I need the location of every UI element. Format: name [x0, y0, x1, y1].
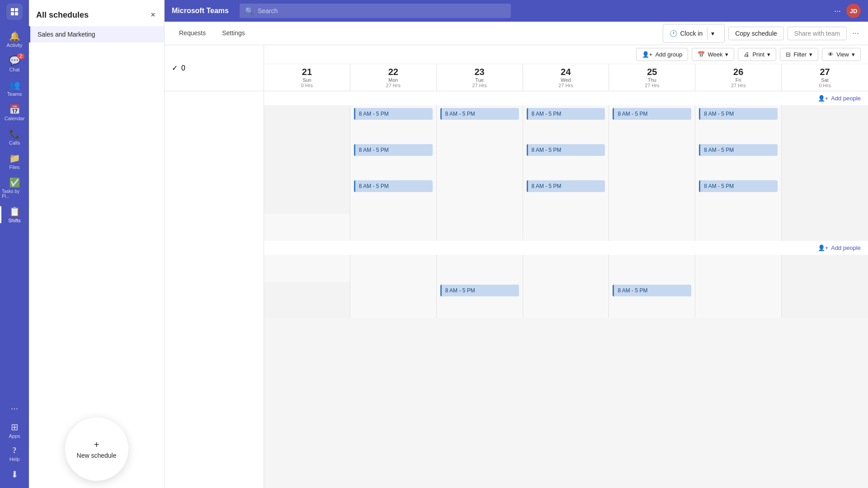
app-logo[interactable] [6, 4, 23, 20]
sidebar-item-chat[interactable]: 2 💬 Chat [0, 52, 29, 76]
activity-icon: 🔔 [9, 31, 20, 42]
schedule-cell [437, 141, 523, 178]
sidebar-item-activity[interactable]: 🔔 Activity [0, 27, 29, 52]
sidebar-item-label: Calls [9, 140, 20, 145]
shift-block[interactable]: 8 AM - 5 PM [613, 285, 691, 296]
tasks-icon: ✅ [9, 177, 20, 188]
day-header-thu: 25 Thu 27 Hrs [609, 64, 695, 91]
top-bar-more-icon[interactable]: ··· [834, 6, 841, 16]
schedule-cell: 8 AM - 5 PM [437, 105, 523, 141]
day-hrs: 0 Hrs [783, 83, 866, 88]
schedule-cell [782, 141, 868, 178]
sidebar-footer: + New schedule [29, 410, 164, 488]
calendar-top-right: 👤+ Add group 📅 Week ▾ 🖨 Print ▾ ⊟ Filter… [264, 45, 868, 91]
sidebar-item-calls[interactable]: 📞 Calls [0, 125, 29, 149]
sidebar-item-help[interactable]: ? Help [0, 442, 29, 465]
clock-in-chevron-icon[interactable]: ▾ [707, 27, 718, 40]
shift-block[interactable]: 8 AM - 5 PM [527, 108, 605, 120]
new-schedule-label: New schedule [77, 452, 117, 459]
print-chevron-icon: ▾ [767, 51, 770, 58]
schedule-cell [782, 105, 868, 141]
schedule-cell [437, 178, 523, 214]
day-header-sun: 21 Sun 0 Hrs [264, 64, 350, 91]
shift-block[interactable]: 8 AM - 5 PM [613, 108, 691, 120]
toolbar-more-icon[interactable]: ··· [850, 27, 861, 40]
day-number: 24 [525, 67, 607, 77]
add-people-button-1[interactable]: 👤+ Add people [818, 95, 861, 102]
empty-cell [695, 214, 782, 241]
empty-cell [350, 214, 437, 241]
share-team-button[interactable]: Share with team [788, 27, 847, 40]
print-button[interactable]: 🖨 Print ▾ [738, 48, 776, 61]
chat-badge: 2 [17, 53, 24, 59]
tab-settings[interactable]: Settings [215, 26, 252, 41]
sidebar-item-label: Shifts [8, 218, 21, 223]
add-people-icon-2: 👤+ [818, 244, 829, 251]
shift-block[interactable]: 8 AM - 5 PM [527, 180, 605, 192]
day-name: Thu [611, 77, 693, 83]
apps-icon: ⊞ [11, 422, 19, 432]
sidebar-item-teams[interactable]: 👥 Teams [0, 76, 29, 100]
sidebar-close-button[interactable]: × [149, 9, 157, 21]
shifts-icon: 📋 [9, 206, 20, 217]
sidebar-item-apps[interactable]: ⊞ Apps [0, 418, 29, 442]
schedule-cell: 8 AM - 5 PM [350, 178, 437, 214]
empty-cell [350, 255, 437, 282]
shift-block[interactable]: 8 AM - 5 PM [699, 144, 778, 156]
shift-block[interactable]: 8 AM - 5 PM [440, 285, 519, 296]
shift-block[interactable]: 8 AM - 5 PM [354, 144, 433, 156]
week-icon: 📅 [698, 51, 705, 58]
add-group-label: Add group [655, 51, 682, 58]
shift-block[interactable]: 8 AM - 5 PM [354, 180, 433, 192]
tab-requests[interactable]: Requests [172, 26, 213, 41]
view-icon: 👁 [828, 51, 834, 58]
check-count: 0 [181, 64, 185, 72]
empty-cell [523, 214, 609, 241]
sidebar-title: All schedules [36, 10, 89, 20]
empty-cell [609, 214, 695, 241]
nav-more[interactable]: ··· [0, 399, 29, 418]
sidebar-item-label: Activity [7, 42, 23, 48]
add-people-label-2: Add people [831, 244, 861, 251]
day-header-mon: 22 Mon 27 Hrs [350, 64, 437, 91]
sidebar-schedule-item[interactable]: Sales and Marketing [29, 26, 164, 42]
shift-block[interactable]: 8 AM - 5 PM [440, 108, 519, 120]
day-name: Mon [352, 77, 434, 83]
add-people-button-2[interactable]: 👤+ Add people [818, 244, 861, 251]
schedule-cell [264, 178, 350, 214]
schedule-cell [782, 178, 868, 214]
shift-block[interactable]: 8 AM - 5 PM [354, 108, 433, 120]
sidebar-item-calendar[interactable]: 📅 Calendar [0, 100, 29, 125]
shift-block[interactable]: 8 AM - 5 PM [699, 180, 778, 192]
day-name: Sat [783, 77, 866, 83]
week-label: Week [708, 51, 722, 58]
clock-in-button[interactable]: 🕐 Clock in ▾ [663, 24, 725, 43]
sidebar-item-shifts[interactable]: 📋 Shifts [0, 202, 29, 227]
shift-rows-1: 8 AM - 5 PM8 AM - 5 PM8 AM - 5 PM8 AM - … [264, 105, 868, 214]
svg-rect-2 [11, 12, 14, 15]
sidebar-item-files[interactable]: 📁 Files [0, 149, 29, 174]
day-number: 23 [439, 67, 521, 77]
add-group-button[interactable]: 👤+ Add group [636, 48, 689, 61]
main-content: Microsoft Teams 🔍 ··· JD Requests Settin… [165, 0, 868, 488]
shift-block[interactable]: 8 AM - 5 PM [527, 144, 605, 156]
sidebar-item-download[interactable]: ⬇ [0, 465, 29, 484]
new-schedule-button[interactable]: + New schedule [65, 418, 128, 481]
view-button[interactable]: 👁 View ▾ [822, 48, 861, 61]
schedule-cell-extra: 8 AM - 5 PM [437, 282, 523, 318]
view-chevron-icon: ▾ [852, 51, 855, 58]
copy-schedule-button[interactable]: Copy schedule [728, 27, 784, 40]
week-selector[interactable]: 📅 Week ▾ [692, 48, 734, 61]
search-bar[interactable]: 🔍 [240, 4, 511, 18]
shift-block[interactable]: 8 AM - 5 PM [699, 108, 778, 120]
schedule-cell: 8 AM - 5 PM [523, 105, 609, 141]
day-number: 21 [266, 67, 348, 77]
filter-button[interactable]: ⊟ Filter ▾ [780, 48, 818, 61]
search-input[interactable] [258, 7, 505, 14]
sidebar-item-tasks[interactable]: ✅ Tasks by Pl... [0, 174, 29, 202]
svg-rect-0 [11, 8, 14, 11]
avatar[interactable]: JD [846, 4, 861, 18]
files-icon: 📁 [9, 153, 20, 164]
calendar-icon: 📅 [9, 104, 20, 115]
clock-in-label: Clock in [680, 30, 703, 37]
